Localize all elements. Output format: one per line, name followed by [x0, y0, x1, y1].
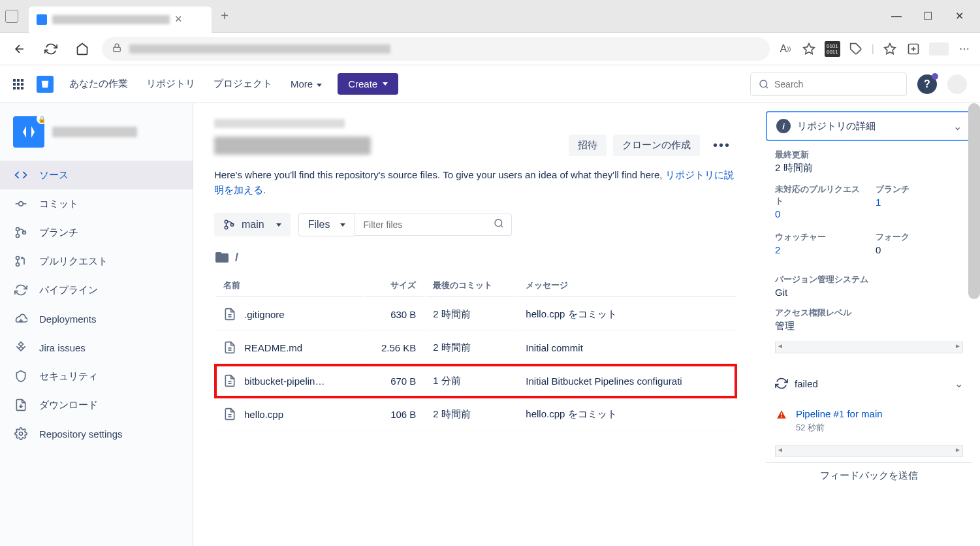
search-input[interactable] — [774, 79, 898, 89]
watchers-link[interactable]: 2 — [775, 244, 862, 255]
file-row[interactable]: .gitignore 630 B 2 時間前 hello.cpp をコミット — [215, 298, 736, 330]
file-row[interactable]: bitbucket-pipelin… 670 B 1 分前 Initial Bi… — [215, 365, 736, 397]
filter-files-input[interactable] — [355, 214, 512, 236]
reading-mode-icon[interactable]: A)) — [778, 41, 793, 57]
info-icon: i — [776, 119, 791, 133]
extension-icon-1[interactable]: 01010011 — [825, 41, 840, 57]
branch-icon — [223, 219, 235, 231]
sidebar-item-pullrequest[interactable]: プルリクエスト — [0, 247, 193, 276]
repo-name — [52, 127, 137, 137]
file-size: 2.56 KB — [365, 332, 424, 364]
url-bar[interactable] — [102, 37, 770, 61]
svg-line-7 — [766, 86, 768, 88]
feedback-button[interactable]: フィードバックを送信 — [766, 462, 972, 489]
files-dropdown[interactable]: Files — [298, 213, 356, 236]
new-tab-button[interactable]: + — [214, 6, 235, 27]
failed-icon — [775, 408, 788, 421]
tab-overview-button[interactable] — [5, 10, 18, 23]
commit-icon — [13, 196, 29, 212]
sidebar-item-label: Jira issues — [39, 342, 86, 353]
svg-point-13 — [16, 234, 20, 238]
invite-button[interactable]: 招待 — [569, 135, 607, 156]
sidebar-item-label: ダウンロード — [39, 399, 98, 411]
url-text — [129, 44, 390, 54]
filter-search-icon[interactable] — [494, 218, 504, 231]
chevron-down-icon: ⌄ — [955, 377, 963, 390]
refresh-button[interactable] — [39, 37, 63, 61]
svg-marker-2 — [885, 43, 896, 54]
security-icon — [13, 368, 29, 384]
back-button[interactable] — [8, 37, 31, 61]
favorite-icon[interactable] — [801, 41, 817, 57]
open-pr-link[interactable]: 0 — [775, 208, 862, 219]
browser-tab-active[interactable]: × — [29, 7, 212, 33]
svg-point-19 — [225, 226, 228, 229]
favorites-bar-icon[interactable] — [882, 41, 898, 57]
pipeline-link[interactable]: Pipeline #1 for main — [796, 408, 883, 419]
file-icon — [223, 341, 236, 354]
collections-icon[interactable] — [906, 41, 921, 57]
folder-icon — [214, 249, 230, 265]
nav-your-work[interactable]: あなたの作業 — [67, 74, 131, 94]
tab-title — [52, 15, 170, 24]
sidebar-item-branch[interactable]: ブランチ — [0, 218, 193, 247]
sidebar-item-commit[interactable]: コミット — [0, 189, 193, 218]
pipeline-icon — [13, 282, 29, 298]
svg-point-15 — [16, 263, 20, 266]
close-tab-icon[interactable]: × — [175, 12, 182, 26]
repo-sidebar: 🔒 ソースコミットブランチプルリクエストパイプラインDeploymentsJir… — [0, 103, 193, 546]
pipeline-status-header[interactable]: failed ⌄ — [766, 370, 972, 396]
pipeline-item[interactable]: Pipeline #1 for main 52 秒前 — [766, 402, 972, 440]
nav-repositories[interactable]: リポジトリ — [144, 74, 198, 94]
sidebar-item-settings[interactable]: Repository settings — [0, 419, 193, 448]
svg-point-14 — [16, 257, 20, 260]
sidebar-item-deploy[interactable]: Deployments — [0, 304, 193, 333]
profile-icon[interactable] — [929, 42, 949, 56]
nav-more[interactable]: More — [288, 74, 324, 93]
sidebar-item-pipeline[interactable]: パイプライン — [0, 276, 193, 304]
file-icon — [223, 308, 236, 321]
home-button[interactable] — [71, 37, 94, 61]
file-commit-message: hello.cpp をコミット — [518, 298, 736, 330]
sidebar-item-label: ソース — [39, 169, 69, 182]
col-message[interactable]: メッセージ — [518, 274, 736, 297]
repo-details-header[interactable]: i リポジトリの詳細 ⌄ — [766, 111, 972, 141]
global-search[interactable] — [750, 72, 907, 96]
app-switcher-icon[interactable] — [13, 79, 24, 89]
settings-icon — [13, 426, 29, 442]
repo-header[interactable]: 🔒 — [0, 116, 193, 161]
maximize-button[interactable]: ☐ — [920, 8, 936, 24]
col-name[interactable]: 名前 — [215, 274, 364, 297]
close-window-button[interactable]: ✕ — [951, 8, 967, 24]
svg-point-16 — [20, 432, 23, 436]
sidebar-item-download[interactable]: ダウンロード — [0, 391, 193, 419]
nav-projects[interactable]: プロジェクト — [211, 74, 275, 94]
svg-point-20 — [495, 219, 502, 227]
sidebar-item-jira[interactable]: Jira issues — [0, 333, 193, 362]
file-row[interactable]: README.md 2.56 KB 2 時間前 Initial commit — [215, 332, 736, 364]
help-button[interactable]: ? — [917, 74, 937, 94]
sidebar-item-label: パイプライン — [39, 284, 98, 297]
user-avatar[interactable] — [947, 74, 967, 94]
more-actions-button[interactable]: ••• — [706, 133, 737, 157]
file-commit-time: 2 時間前 — [425, 298, 516, 330]
col-size[interactable]: サイズ — [365, 274, 424, 297]
vertical-scrollbar[interactable] — [968, 103, 980, 299]
breadcrumb[interactable] — [214, 119, 345, 128]
extensions-icon[interactable] — [848, 41, 864, 57]
create-button[interactable]: Create — [338, 73, 398, 95]
file-size: 106 B — [365, 398, 424, 430]
branch-selector[interactable]: main — [214, 213, 291, 236]
file-row[interactable]: hello.cpp 106 B 2 時間前 hello.cpp をコミット — [215, 398, 736, 430]
minimize-button[interactable]: — — [889, 8, 904, 24]
branches-link[interactable]: 1 — [876, 197, 963, 208]
clone-button[interactable]: クローンの作成 — [613, 135, 700, 156]
col-commit[interactable]: 最後のコミット — [425, 274, 516, 297]
horizontal-scrollbar-2[interactable] — [775, 445, 963, 457]
bitbucket-logo[interactable] — [37, 76, 54, 93]
menu-icon[interactable]: ⋯ — [956, 41, 972, 57]
horizontal-scrollbar[interactable] — [775, 342, 963, 353]
sidebar-item-security[interactable]: セキュリティ — [0, 362, 193, 391]
sidebar-item-code[interactable]: ソース — [0, 161, 193, 189]
svg-point-11 — [16, 228, 20, 231]
